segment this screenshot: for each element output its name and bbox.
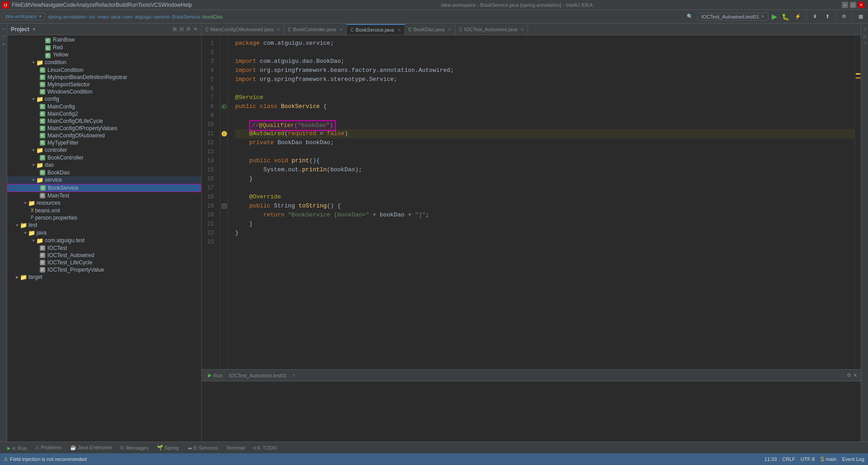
git-branch-indicator[interactable]: S main xyxy=(820,456,836,463)
tab-bookcontroller[interactable]: C BookController.java ✕ xyxy=(284,24,347,35)
list-item[interactable]: ▼ 📁 controller xyxy=(7,146,201,154)
run-settings-icon[interactable]: ⚙ xyxy=(847,372,851,378)
menu-item-view[interactable]: View xyxy=(30,2,42,8)
panel-settings-icon[interactable]: ⚙ xyxy=(186,26,191,32)
list-item[interactable]: P person.properties xyxy=(7,214,201,221)
breadcrumb-part-9[interactable]: bookDao xyxy=(203,14,223,19)
list-item[interactable]: CMainTest xyxy=(7,192,201,199)
menu-item-code[interactable]: Code xyxy=(63,2,76,8)
menu-item-help[interactable]: Help xyxy=(181,2,192,8)
layout-button[interactable]: ▦ xyxy=(855,11,866,22)
panel-expand-all-icon[interactable]: ⊞ xyxy=(173,26,177,32)
spring-bottom-tab[interactable]: 🌱 Spring xyxy=(153,444,183,451)
minimize-button[interactable]: ─ xyxy=(842,2,848,8)
breadcrumb-part-2[interactable]: src xyxy=(89,14,96,19)
tab-close-icon[interactable]: ✕ xyxy=(339,27,343,32)
tab-close-icon[interactable]: ✕ xyxy=(448,27,451,32)
code-content[interactable]: package com.atguigu.service; import com.… xyxy=(228,35,854,369)
list-item[interactable]: C WindowsCondition xyxy=(7,88,201,95)
charset-indicator[interactable]: UTF-8 xyxy=(801,456,815,462)
tab-bookservice[interactable]: C BookService.java ✕ xyxy=(347,24,405,35)
run-tab[interactable]: ▶ Run xyxy=(205,371,225,379)
tab-close-icon[interactable]: ✕ xyxy=(520,27,524,32)
panel-collapse-all-icon[interactable]: ⊟ xyxy=(179,26,184,32)
tab-ioctest-autowired[interactable]: C IOCTest_Autowired.java ✕ xyxy=(455,24,528,35)
event-log-button[interactable]: Event Log xyxy=(842,456,864,462)
menu-item-file[interactable]: File xyxy=(12,2,20,8)
menu-item-navigate[interactable]: Navigate xyxy=(42,2,63,8)
list-item[interactable]: ▼ 📁 com.atguigu.test xyxy=(7,237,201,244)
panel-close-icon[interactable]: ✕ xyxy=(193,26,198,32)
menu-item-run[interactable]: Run xyxy=(128,2,138,8)
breadcrumb-part-7[interactable]: service xyxy=(154,14,170,19)
tab-bookdao[interactable]: C BookDao.java ✕ xyxy=(405,24,456,35)
todo-bottom-tab[interactable]: ≡ 6: TODO xyxy=(250,444,281,451)
menu-item-tools[interactable]: Tools xyxy=(138,2,151,8)
list-item[interactable]: C MyImportSelector xyxy=(7,81,201,88)
run-with-coverage-button[interactable]: ⚡ xyxy=(793,11,803,22)
list-item[interactable]: CMainConfigOfLifeCycle xyxy=(7,117,201,125)
service-folder-item[interactable]: ▼ 📁 service xyxy=(7,176,201,184)
close-button[interactable]: ✕ xyxy=(858,2,864,8)
terminal-bottom-tab[interactable]: Terminal xyxy=(222,444,249,451)
list-item[interactable]: CBookController xyxy=(7,154,201,161)
panel-dropdown-icon[interactable]: ▼ xyxy=(32,27,36,32)
list-item[interactable]: CIOCTest xyxy=(7,244,201,252)
menu-item-vcs[interactable]: VCS xyxy=(151,2,162,8)
settings-button[interactable]: ⚙ xyxy=(839,11,849,22)
list-item[interactable]: ▼ 📁 config xyxy=(7,95,201,103)
close-run-tab-icon[interactable]: ✕ xyxy=(290,372,297,379)
project-sidebar-icon[interactable]: 1 xyxy=(0,27,7,31)
list-item[interactable]: CMainConifgOfAutowired xyxy=(7,132,201,139)
list-item[interactable]: CIOCTest_LifeCycle xyxy=(7,259,201,266)
maven-sidebar-icon[interactable]: M xyxy=(862,34,868,39)
position-indicator[interactable]: 11:33 xyxy=(764,456,777,462)
breadcrumb-part-4[interactable]: java xyxy=(112,14,121,19)
project-selector[interactable]: idea-workspace ▼ xyxy=(2,13,45,20)
services-bottom-tab[interactable]: ☁ 8: Services xyxy=(184,444,222,451)
list-item[interactable]: C RainBow xyxy=(7,36,201,44)
favorites-sidebar-icon[interactable]: ★ xyxy=(0,41,7,47)
menu-item-build[interactable]: Build xyxy=(116,2,128,8)
list-item[interactable]: C Red xyxy=(7,44,201,52)
git-push-button[interactable]: ⬆ xyxy=(822,11,833,22)
java-enterprise-bottom-tab[interactable]: ☕ Java Enterprise xyxy=(66,444,116,451)
messages-bottom-tab[interactable]: 0: Messages xyxy=(117,444,152,451)
run-close-icon[interactable]: ✕ xyxy=(853,372,857,378)
bookservice-tree-item[interactable]: C BookService xyxy=(7,184,201,192)
list-item[interactable]: X beans.xml xyxy=(7,207,201,214)
list-item[interactable]: CMainConfigOfPropertyValues xyxy=(7,125,201,132)
list-item[interactable]: ▼ 📁 test xyxy=(7,221,201,229)
menu-item-refactor[interactable]: Refactor xyxy=(95,2,116,8)
breadcrumb-part-6[interactable]: atguigu xyxy=(135,14,151,19)
list-item[interactable]: CBookDao xyxy=(7,169,201,176)
encoding-indicator[interactable]: CRLF xyxy=(782,456,795,462)
menu-item-edit[interactable]: Edit xyxy=(20,2,30,8)
tab-close-icon[interactable]: ✕ xyxy=(397,28,401,33)
ant-sidebar-icon[interactable]: A xyxy=(862,41,868,45)
breadcrumb-part-1[interactable]: spring-annotation xyxy=(48,14,86,19)
list-item[interactable]: C MyImportBeanDefinitionRegistrar xyxy=(7,74,201,81)
class-run-icon[interactable]: ▶ xyxy=(222,104,226,109)
override-icon[interactable]: O xyxy=(222,204,226,208)
list-item[interactable]: ▶ 📁 target xyxy=(7,273,201,281)
list-item[interactable]: ▼ 📁 resources xyxy=(7,199,201,207)
list-item[interactable]: CMainConfig2 xyxy=(7,110,201,117)
tab-close-icon[interactable]: ✕ xyxy=(277,27,280,32)
debug-button[interactable]: 🐛 xyxy=(780,13,791,20)
database-sidebar-icon[interactable]: D xyxy=(862,27,868,32)
tab-mainconfig-autowired[interactable]: C MainConifgOfAutowired.java ✕ xyxy=(202,24,284,35)
search-everywhere-button[interactable]: 🔍 xyxy=(684,11,695,22)
git-update-button[interactable]: ⬇ xyxy=(809,11,820,22)
menu-item-analyze[interactable]: Analyze xyxy=(76,2,95,8)
list-item[interactable]: CMainConfig xyxy=(7,103,201,110)
list-item[interactable]: ▼ 📁 java xyxy=(7,229,201,237)
list-item[interactable]: CIOCTest_Autowired xyxy=(7,252,201,259)
list-item[interactable]: C LinuxCondition xyxy=(7,66,201,74)
run-config-selector[interactable]: IOCTest_Autowired.test01 ▼ xyxy=(697,13,769,21)
list-item[interactable]: ▼ 📁 dao xyxy=(7,161,201,169)
run-bottom-tab[interactable]: ▶ 4: Run xyxy=(4,444,30,452)
breadcrumb-part-8[interactable]: BookService xyxy=(172,14,200,19)
breadcrumb-part-5[interactable]: com xyxy=(123,14,132,19)
warning-icon[interactable]: ! xyxy=(222,131,227,136)
